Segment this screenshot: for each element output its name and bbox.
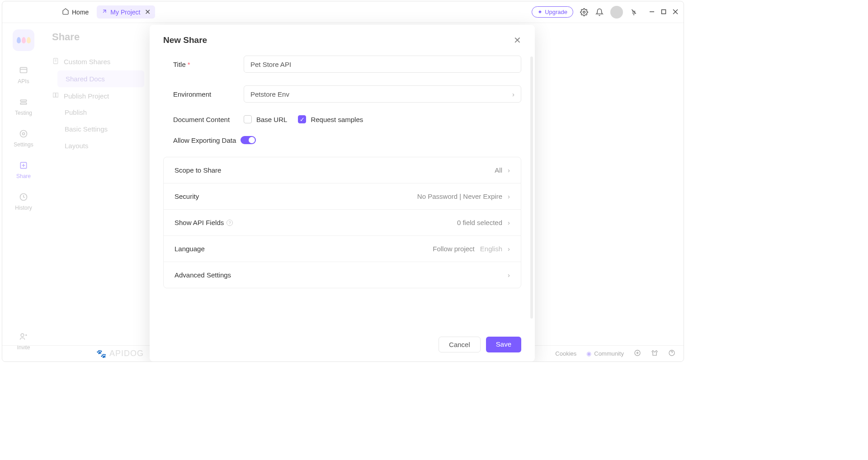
chevron-right-icon: › [512, 90, 514, 98]
new-share-modal: New Share ✕ Title* Pet Store API Environ… [150, 25, 535, 361]
cancel-button[interactable]: Cancel [439, 337, 481, 352]
close-tab-icon[interactable]: ✕ [145, 8, 151, 16]
language-setting[interactable]: Language Follow projectEnglish› [164, 236, 521, 262]
community-link[interactable]: ◉Community [586, 350, 624, 357]
side-title: Share [45, 31, 149, 43]
rail-settings-label: Settings [14, 141, 33, 148]
external-icon [101, 8, 108, 16]
home-tab-label: Home [72, 9, 89, 16]
community-label: Community [594, 350, 624, 357]
rail-history-label: History [15, 205, 32, 211]
settings-list: Scope to Share All› Security No Password… [163, 157, 521, 288]
rail-testing[interactable]: Testing [15, 97, 32, 116]
svg-rect-8 [20, 103, 26, 104]
allow-export-label: Allow Exporting Data [173, 136, 236, 144]
rail-settings[interactable]: Settings [14, 129, 33, 148]
testing-icon [19, 97, 28, 107]
request-samples-checkbox[interactable]: ✓ Request samples [298, 115, 363, 123]
modal-scrollbar[interactable] [530, 56, 533, 319]
svg-point-0 [583, 11, 585, 13]
cookies-label: Cookies [555, 350, 576, 357]
svg-rect-5 [20, 67, 27, 73]
chevron-right-icon: › [508, 271, 510, 279]
titlebar: Home My Project ✕ ✦ Upgrade [2, 1, 684, 23]
rail-apis-label: APIs [18, 78, 29, 84]
save-button[interactable]: Save [486, 337, 521, 352]
side-basic-settings[interactable]: Basic Settings [45, 121, 149, 137]
plus-circle-icon[interactable] [634, 349, 641, 358]
side-shared-docs-label: Shared Docs [66, 75, 105, 83]
rail-settings-icon [19, 129, 28, 139]
svg-rect-7 [20, 100, 26, 101]
app-logo[interactable] [13, 29, 34, 51]
rail-share[interactable]: Share [16, 160, 31, 179]
chevron-right-icon: › [508, 219, 510, 226]
advanced-setting[interactable]: Advanced Settings › [164, 262, 521, 288]
api-fields-setting[interactable]: Show API Fields? 0 field selected› [164, 210, 521, 236]
shirt-icon[interactable] [651, 349, 658, 358]
svg-point-10 [20, 131, 27, 137]
pin-icon[interactable] [629, 8, 638, 17]
side-custom-shares[interactable]: Custom Shares [45, 54, 149, 70]
bell-icon[interactable] [595, 8, 604, 17]
base-url-checkbox[interactable]: Base URL [244, 115, 287, 123]
side-panel: Share Custom Shares Shared Docs Publish … [45, 23, 149, 361]
document-content-label: Document Content [173, 116, 244, 123]
help-icon: ? [226, 220, 233, 226]
allow-export-toggle[interactable] [241, 136, 256, 144]
upgrade-label: Upgrade [545, 9, 567, 15]
maximize-icon[interactable] [661, 8, 666, 16]
home-icon [62, 8, 69, 16]
svg-rect-2 [662, 9, 666, 14]
environment-label: Environment [173, 90, 244, 98]
security-setting[interactable]: Security No Password | Never Expire› [164, 183, 521, 210]
side-publish-project[interactable]: Publish Project [45, 88, 149, 104]
upgrade-button[interactable]: ✦ Upgrade [532, 6, 573, 18]
project-tab-label: My Project [110, 9, 140, 16]
modal-title: New Share [163, 35, 207, 45]
side-custom-shares-label: Custom Shares [64, 58, 110, 66]
project-tab[interactable]: My Project ✕ [97, 5, 155, 19]
side-publish-project-label: Publish Project [64, 92, 109, 100]
chevron-right-icon: › [508, 192, 510, 200]
title-label: Title* [173, 61, 244, 68]
modal-close-button[interactable]: ✕ [514, 35, 521, 46]
brand-watermark: 🐾 APIDOG [96, 349, 144, 359]
rail-apis[interactable]: APIs [18, 66, 29, 84]
rail-testing-label: Testing [15, 110, 32, 116]
book-icon [52, 92, 59, 100]
minimize-icon[interactable] [649, 8, 655, 16]
invite-icon [19, 332, 28, 342]
chevron-right-icon: › [508, 166, 510, 174]
rail-history[interactable]: History [15, 192, 32, 211]
history-icon [19, 192, 28, 202]
discord-icon: ◉ [586, 350, 591, 357]
cookies-link[interactable]: Cookies [555, 350, 576, 357]
home-tab[interactable]: Home [57, 6, 93, 18]
app-window: Home My Project ✕ ✦ Upgrade [2, 1, 684, 362]
svg-point-13 [21, 333, 24, 337]
help-icon[interactable] [668, 349, 675, 358]
avatar[interactable] [610, 6, 623, 19]
checkbox-unchecked-icon [244, 115, 252, 123]
svg-point-9 [22, 133, 24, 135]
checkbox-checked-icon: ✓ [298, 115, 306, 123]
environment-select[interactable]: Petstore Env › [244, 85, 521, 103]
side-layouts[interactable]: Layouts [45, 137, 149, 154]
chevron-right-icon: › [508, 245, 510, 253]
apis-icon [19, 66, 28, 75]
side-publish[interactable]: Publish [45, 104, 149, 121]
scope-setting[interactable]: Scope to Share All› [164, 157, 521, 183]
settings-icon[interactable] [580, 8, 589, 17]
left-rail: APIs Testing Settings Share History Invi… [2, 23, 45, 361]
title-input[interactable]: Pet Store API [244, 56, 521, 73]
doc-icon [52, 57, 59, 66]
rail-share-label: Share [16, 173, 31, 179]
paw-icon: 🐾 [96, 349, 107, 359]
sparkle-icon: ✦ [538, 9, 542, 15]
share-icon [19, 160, 28, 170]
close-window-icon[interactable] [673, 8, 678, 16]
side-shared-docs[interactable]: Shared Docs [57, 70, 144, 87]
